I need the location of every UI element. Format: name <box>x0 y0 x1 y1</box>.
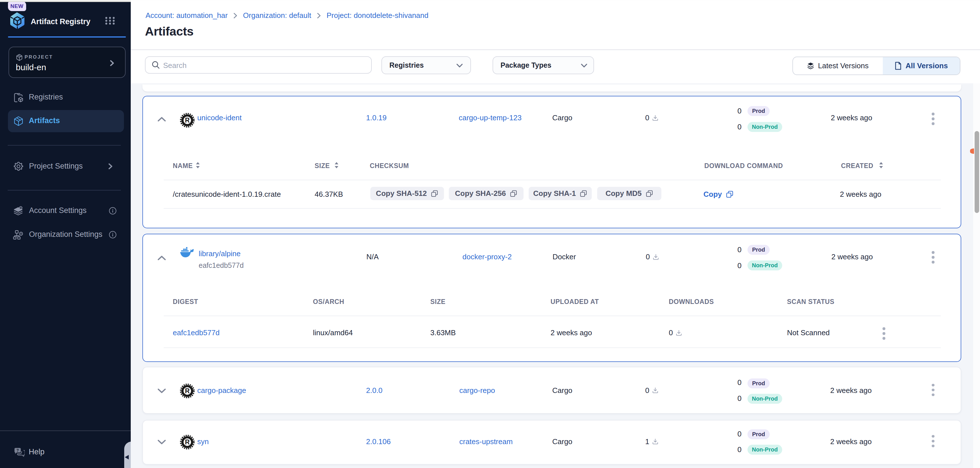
svg-text:?: ? <box>16 448 19 453</box>
svg-text:R: R <box>185 387 190 395</box>
svg-text:R: R <box>185 116 190 124</box>
svg-text:R: R <box>185 438 190 446</box>
